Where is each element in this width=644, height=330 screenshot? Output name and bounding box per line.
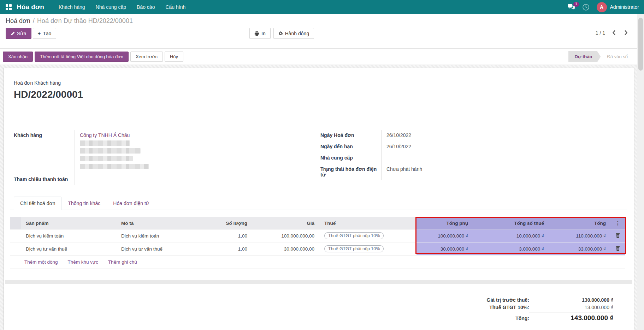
tab-invoice-lines[interactable]: Chi tiết hoá đơn bbox=[14, 197, 61, 210]
column-subtotal[interactable]: Tổng phụ bbox=[416, 217, 473, 229]
column-total[interactable]: Tổng bbox=[549, 217, 611, 229]
cell-total[interactable]: 110.000.000 ₫ bbox=[549, 229, 611, 242]
table-header-row: Sản phẩm Mô tả Số lượng Giá Thuế Tổng ph… bbox=[10, 217, 625, 229]
apps-grid-icon[interactable] bbox=[6, 4, 12, 10]
nav-item-customers[interactable]: Khách hàng bbox=[53, 0, 90, 14]
vertical-scrollbar[interactable] bbox=[637, 14, 644, 330]
top-nav-bar: Hóa đơn Khách hàng Nhà cung cấp Báo cáo … bbox=[0, 0, 644, 14]
invoice-number: HD/2022/00001 bbox=[14, 89, 627, 100]
cell-quantity[interactable]: 1,00 bbox=[199, 229, 252, 242]
pager-value: 1 / 1 bbox=[596, 30, 605, 36]
grand-total-row: Tổng: 143.000.000 ₫ bbox=[515, 312, 613, 322]
edit-button[interactable]: Sửa bbox=[6, 28, 31, 39]
notebook-tabs: Chi tiết hoá đơn Thông tin khác Hóa đơn … bbox=[10, 197, 627, 210]
action-button[interactable]: Hành động bbox=[273, 28, 314, 39]
grand-total-label: Tổng: bbox=[515, 316, 529, 321]
delete-row-button[interactable] bbox=[611, 242, 625, 256]
nav-item-vendors[interactable]: Nhà cung cấp bbox=[90, 0, 131, 14]
row-handle[interactable] bbox=[10, 242, 21, 256]
create-button[interactable]: + Tạo bbox=[33, 28, 57, 39]
status-bar: Xác nhận Thêm mô tả tiếng Việt cho dòng … bbox=[0, 48, 637, 65]
terms-placeholder-bar[interactable] bbox=[5, 280, 632, 284]
state-posted[interactable]: Đã vào sổ bbox=[601, 51, 634, 62]
supplier-field[interactable] bbox=[381, 152, 621, 164]
cell-product[interactable]: Dịch vụ tư vấn thuế bbox=[21, 242, 116, 256]
supplier-label: Nhà cung cấp bbox=[320, 152, 381, 164]
breadcrumb-current: Hoá đơn Dự thảo HD/2022/00001 bbox=[37, 17, 133, 24]
column-price[interactable]: Giá bbox=[252, 217, 319, 229]
left-field-group: Khách hàng Công ty TNHH Á Châu Tham chiế… bbox=[14, 130, 313, 185]
cell-product[interactable]: Dịch vụ kiểm toán bbox=[21, 229, 116, 242]
user-menu[interactable]: A Administrator bbox=[597, 2, 639, 12]
invoice-lines-table: Sản phẩm Mô tả Số lượng Giá Thuế Tổng ph… bbox=[10, 217, 627, 269]
tax-badge: Thuế GTGT phải nộp 10% bbox=[324, 232, 384, 239]
trash-icon bbox=[616, 233, 620, 238]
confirm-button[interactable]: Xác nhận bbox=[3, 52, 33, 62]
cell-total[interactable]: 33.000.000 ₫ bbox=[549, 242, 611, 256]
add-section-link[interactable]: Thêm khu vực bbox=[68, 259, 98, 265]
add-line-link[interactable]: Thêm một dòng bbox=[24, 259, 58, 265]
app-brand[interactable]: Hóa đơn bbox=[17, 3, 44, 11]
cell-tax-amount[interactable]: 3.000.000 ₫ bbox=[473, 242, 549, 256]
optional-columns-icon[interactable]: ⋮ bbox=[611, 217, 625, 229]
invoice-date-field[interactable]: 26/10/2022 bbox=[381, 130, 621, 141]
cell-description[interactable]: Dịch vụ kiểm toán bbox=[116, 229, 199, 242]
control-panel: Hoá đơn/Hoá đơn Dự thảo HD/2022/00001 Sử… bbox=[0, 14, 637, 39]
row-handle[interactable] bbox=[10, 229, 21, 242]
messages-icon[interactable]: 1 bbox=[568, 4, 575, 10]
activities-clock-icon[interactable] bbox=[582, 4, 590, 11]
due-date-field[interactable]: 26/10/2022 bbox=[381, 141, 621, 152]
column-tax[interactable]: Thuế bbox=[319, 217, 416, 229]
cell-price[interactable]: 30.000.000,00 bbox=[252, 242, 319, 256]
systray: 1 A Administrator bbox=[568, 2, 639, 12]
column-tax-amount[interactable]: Tổng số thuế bbox=[473, 217, 549, 229]
avatar: A bbox=[597, 2, 607, 12]
add-note-link[interactable]: Thêm ghi chú bbox=[108, 259, 137, 265]
preview-button[interactable]: Xem trước bbox=[130, 52, 163, 62]
cell-tax[interactable]: Thuế GTGT phải nộp 10% bbox=[319, 242, 416, 256]
tab-other-info[interactable]: Thông tin khác bbox=[61, 197, 107, 210]
column-product[interactable]: Sản phẩm bbox=[21, 217, 116, 229]
cell-subtotal[interactable]: 30.000.000 ₫ bbox=[416, 242, 473, 256]
einvoice-status-field: Chưa phát hành bbox=[381, 164, 621, 180]
payment-reference-field[interactable] bbox=[75, 174, 313, 185]
redacted-address-line bbox=[80, 164, 149, 169]
pager-next-icon[interactable] bbox=[622, 30, 630, 36]
scrollbar-thumb[interactable] bbox=[638, 18, 643, 71]
state-draft[interactable]: Dự thảo bbox=[568, 51, 601, 62]
untaxed-amount-row: Giá trị trước thuế: 130.000.000 ₫ bbox=[487, 297, 613, 303]
cancel-button[interactable]: Hủy bbox=[165, 52, 183, 62]
nav-item-configuration[interactable]: Cấu hình bbox=[160, 0, 191, 14]
redacted-address-line bbox=[80, 156, 133, 161]
plus-icon: + bbox=[38, 30, 41, 36]
grand-total-value: 143.000.000 ₫ bbox=[529, 312, 613, 322]
cell-price[interactable]: 100.000.000,00 bbox=[252, 229, 319, 242]
customer-link[interactable]: Công ty TNHH Á Châu bbox=[80, 132, 130, 138]
nav-item-reports[interactable]: Báo cáo bbox=[131, 0, 160, 14]
cell-tax-amount[interactable]: 10.000.000 ₫ bbox=[473, 229, 549, 242]
tax-amount-value: 13.000.000 ₫ bbox=[529, 305, 613, 310]
column-quantity[interactable]: Số lượng bbox=[199, 217, 252, 229]
table-row[interactable]: Dịch vụ kiểm toán Dịch vụ kiểm toán 1,00… bbox=[10, 229, 625, 242]
customer-label: Khách hàng bbox=[14, 130, 75, 174]
cell-description[interactable]: Dịch vụ tư vấn thuế bbox=[116, 242, 199, 256]
gear-icon bbox=[278, 31, 283, 36]
cell-tax[interactable]: Thuế GTGT phải nộp 10% bbox=[319, 229, 416, 242]
cell-subtotal[interactable]: 100.000.000 ₫ bbox=[416, 229, 473, 242]
redacted-address-line bbox=[80, 140, 130, 146]
print-button[interactable]: In bbox=[249, 28, 271, 39]
einvoice-status-label: Trạng thái hóa đơn điện tử bbox=[320, 164, 381, 180]
untaxed-amount-value: 130.000.000 ₫ bbox=[529, 297, 613, 303]
table-row[interactable]: Dịch vụ tư vấn thuế Dịch vụ tư vấn thuế … bbox=[10, 242, 625, 256]
add-vi-description-button[interactable]: Thêm mô tả tiếng Việt cho dòng hóa đơn bbox=[35, 52, 129, 62]
customer-field[interactable]: Công ty TNHH Á Châu bbox=[75, 130, 313, 174]
untaxed-amount-label: Giá trị trước thuế: bbox=[487, 297, 529, 303]
tax-badge: Thuế GTGT phải nộp 10% bbox=[324, 245, 384, 252]
breadcrumb-root[interactable]: Hoá đơn bbox=[6, 17, 30, 24]
column-description[interactable]: Mô tả bbox=[116, 217, 199, 229]
cell-quantity[interactable]: 1,00 bbox=[199, 242, 252, 256]
tab-einvoice[interactable]: Hóa đơn điện tử bbox=[107, 197, 155, 210]
pager-previous-icon[interactable] bbox=[610, 30, 618, 36]
delete-row-button[interactable] bbox=[611, 229, 625, 242]
invoice-sheet: Hoá đơn Khách hàng HD/2022/00001 Khách h… bbox=[4, 68, 634, 330]
